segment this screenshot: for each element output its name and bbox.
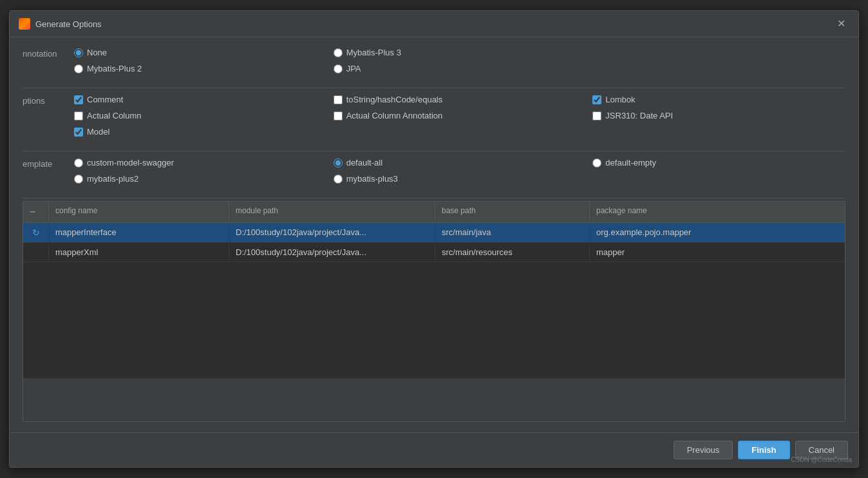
dialog-content: nnotation None Mybatis-Plus 3 Mybatis-Pl…	[10, 37, 858, 432]
table-body: ↻ mapperInterface D:/100study/102java/pr…	[23, 223, 845, 378]
th-base-path: base path	[435, 202, 590, 222]
table-row[interactable]: mapperXml D:/100study/102java/project/Ja…	[23, 243, 845, 262]
opt-actual-col-option[interactable]: Actual Column	[74, 111, 327, 120]
opt-tostring-label: toString/hashCode/equals	[346, 95, 443, 104]
divider-3	[23, 198, 845, 198]
options-label: ptions	[23, 95, 74, 106]
annotation-section: nnotation None Mybatis-Plus 3 Mybatis-Pl…	[23, 48, 845, 76]
tpl-mybatis-plus3-option[interactable]: mybatis-plus3	[334, 174, 587, 184]
opt-model-option[interactable]: Model	[74, 127, 327, 137]
annotation-none-option[interactable]: None	[74, 48, 327, 57]
bottom-bar: Previous Finish Cancel	[10, 432, 858, 467]
dialog-title: Generate Options	[35, 19, 102, 29]
tpl-default-all-radio[interactable]	[334, 158, 343, 167]
th-package-name: package name	[590, 202, 845, 222]
opt-lombok-label: Lombok	[605, 95, 635, 104]
row2-package-name: mapper	[590, 243, 845, 262]
tpl-default-all-option[interactable]: default-all	[334, 158, 587, 167]
watermark: CSDN @CodeConda	[791, 456, 852, 463]
opt-model-checkbox[interactable]	[74, 128, 83, 137]
options-grid: Comment toString/hashCode/equals Lombok …	[74, 95, 845, 139]
tpl-default-all-label: default-all	[346, 158, 382, 167]
opt-model-label: Model	[87, 127, 109, 137]
table-row[interactable]: ↻ mapperInterface D:/100study/102java/pr…	[23, 223, 845, 243]
tpl-mybatis-plus2-radio[interactable]	[74, 175, 83, 184]
template-label: emplate	[23, 158, 74, 169]
opt-tostring-checkbox[interactable]	[334, 95, 343, 104]
table-header: − config name module path base path pack…	[23, 202, 845, 223]
previous-button[interactable]: Previous	[674, 441, 733, 459]
opt-jsr310-option[interactable]: JSR310: Date API	[592, 111, 845, 120]
opt-comment-checkbox[interactable]	[74, 95, 83, 104]
tpl-mybatis-plus3-label: mybatis-plus3	[346, 174, 398, 184]
th-module-path: module path	[229, 202, 435, 222]
opt-comment-option[interactable]: Comment	[74, 95, 327, 104]
title-bar: Generate Options ✕	[10, 11, 858, 37]
generate-options-dialog: Generate Options ✕ nnotation None Mybati…	[9, 10, 859, 468]
row1-module-path: D:/100study/102java/project/Java...	[229, 223, 435, 242]
template-grid: custom-model-swagger default-all default…	[74, 158, 845, 186]
annotation-none-label: None	[87, 48, 107, 57]
divider-1	[23, 88, 845, 88]
opt-actual-col-label: Actual Column	[87, 111, 142, 120]
refresh-icon: ↻	[32, 227, 40, 238]
annotation-mybatis-plus2-option[interactable]: Mybatis-Plus 2	[74, 64, 327, 73]
annotation-mybatis-plus3-label: Mybatis-Plus 3	[346, 48, 401, 57]
table-empty-area	[23, 262, 845, 378]
row1-base-path: src/main/java	[435, 223, 590, 242]
close-button[interactable]: ✕	[833, 17, 849, 30]
tpl-custom-swagger-radio[interactable]	[74, 158, 83, 167]
opt-jsr310-label: JSR310: Date API	[605, 111, 673, 120]
row1-config-name: mapperInterface	[49, 223, 229, 242]
opt-tostring-option[interactable]: toString/hashCode/equals	[334, 95, 587, 104]
annotation-jpa-label: JPA	[346, 64, 361, 73]
opt-actual-col-checkbox[interactable]	[74, 111, 83, 120]
annotation-mybatis-plus3-radio[interactable]	[334, 48, 343, 57]
th-icon: −	[23, 202, 49, 222]
annotation-none-radio[interactable]	[74, 48, 83, 57]
annotation-jpa-option[interactable]: JPA	[334, 64, 587, 73]
tpl-custom-swagger-option[interactable]: custom-model-swagger	[74, 158, 327, 167]
title-bar-left: Generate Options	[19, 18, 102, 30]
tpl-default-empty-option[interactable]: default-empty	[592, 158, 845, 167]
tpl-custom-swagger-label: custom-model-swagger	[87, 158, 174, 167]
row2-module-path: D:/100study/102java/project/Java...	[229, 243, 435, 262]
row1-package-name: org.example.pojo.mapper	[590, 223, 845, 242]
tpl-mybatis-plus3-radio[interactable]	[334, 175, 343, 184]
opt-actual-col-ann-option[interactable]: Actual Column Annotation	[334, 111, 587, 120]
opt-lombok-checkbox[interactable]	[592, 95, 601, 104]
opt-actual-col-ann-label: Actual Column Annotation	[346, 111, 443, 120]
finish-button[interactable]: Finish	[738, 441, 789, 459]
th-config-name: config name	[49, 202, 229, 222]
options-section: ptions Comment toString/hashCode/equals …	[23, 95, 845, 139]
opt-jsr310-checkbox[interactable]	[592, 111, 601, 120]
opt-lombok-option[interactable]: Lombok	[592, 95, 845, 104]
tpl-default-empty-label: default-empty	[605, 158, 656, 167]
app-icon	[19, 18, 30, 30]
annotation-label: nnotation	[23, 48, 74, 59]
annotation-options: None Mybatis-Plus 3 Mybatis-Plus 2 JPA	[74, 48, 845, 76]
annotation-jpa-radio[interactable]	[334, 64, 343, 73]
row2-config-name: mapperXml	[49, 243, 229, 262]
tpl-default-empty-radio[interactable]	[592, 158, 601, 167]
row2-icon-cell	[23, 243, 49, 262]
annotation-mybatis-plus2-radio[interactable]	[74, 64, 83, 73]
tpl-mybatis-plus2-label: mybatis-plus2	[87, 174, 138, 184]
minus-icon: −	[30, 206, 35, 217]
tpl-mybatis-plus2-option[interactable]: mybatis-plus2	[74, 174, 327, 184]
opt-actual-col-ann-checkbox[interactable]	[334, 111, 343, 120]
annotation-mybatis-plus2-label: Mybatis-Plus 2	[87, 64, 142, 73]
row1-icon-cell: ↻	[23, 223, 49, 242]
divider-2	[23, 151, 845, 151]
annotation-mybatis-plus3-option[interactable]: Mybatis-Plus 3	[334, 48, 587, 57]
opt-comment-label: Comment	[87, 95, 123, 104]
row2-base-path: src/main/resources	[435, 243, 590, 262]
template-section: emplate custom-model-swagger default-all…	[23, 158, 845, 186]
config-table: − config name module path base path pack…	[23, 201, 845, 422]
